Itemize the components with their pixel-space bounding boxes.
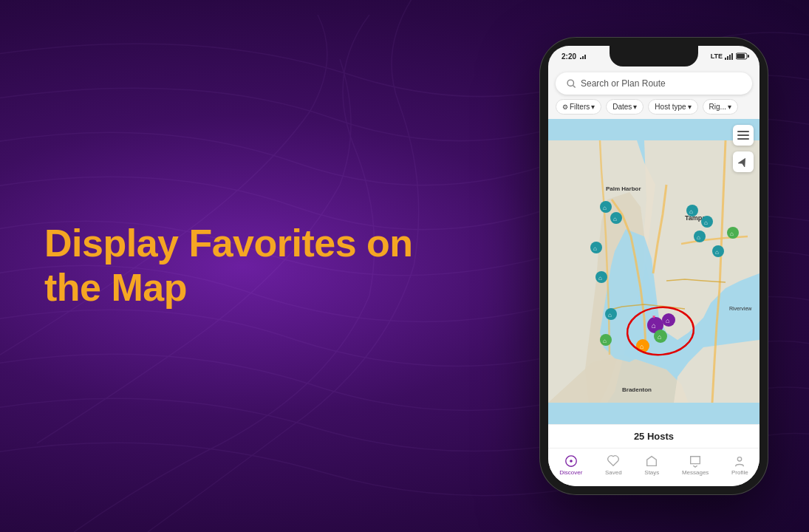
svg-rect-5: [729, 55, 731, 60]
svg-text:⌂: ⌂: [658, 333, 661, 341]
host-type-label: Host type: [655, 103, 686, 111]
svg-text:⌂: ⌂: [613, 216, 617, 222]
svg-rect-49: [737, 134, 749, 136]
nav-saved[interactable]: Saved: [605, 454, 622, 476]
svg-text:⌂: ⌂: [652, 321, 656, 330]
search-bar[interactable]: Search or Plan Route: [556, 72, 752, 95]
filters-label: Filters: [570, 103, 590, 111]
filters-chip[interactable]: ⚙ Filters ▾: [556, 99, 601, 115]
svg-rect-1: [582, 56, 584, 59]
svg-marker-51: [738, 157, 748, 167]
lte-label: LTE: [711, 52, 723, 60]
svg-text:♥: ♥: [652, 314, 655, 319]
stays-label: Stays: [644, 469, 659, 476]
map-svg: Palm Harbor Tampa Riverview Bradenton ⌂ …: [548, 119, 759, 424]
svg-text:Bradenton: Bradenton: [622, 386, 652, 393]
rig-chevron: ▾: [728, 103, 731, 111]
nav-messages[interactable]: Messages: [682, 454, 709, 476]
battery-icon: [736, 52, 749, 60]
signal-icon: [725, 52, 734, 60]
nav-discover[interactable]: Discover: [559, 454, 582, 476]
svg-rect-0: [580, 58, 581, 59]
phone-notch: [610, 46, 698, 66]
svg-text:⌂: ⌂: [704, 219, 708, 226]
layers-icon: [737, 129, 749, 141]
saved-icon: [607, 454, 620, 468]
wifi-icon: [579, 52, 587, 60]
phone-device: 2:20 LTE Search or Plan Route: [539, 37, 768, 495]
svg-line-11: [573, 85, 575, 87]
svg-rect-9: [748, 55, 749, 58]
svg-point-10: [567, 80, 573, 86]
phone-screen: Search or Plan Route ⚙ Filters ▾ Dates ▾…: [548, 66, 759, 486]
rig-chip[interactable]: Rig... ▾: [703, 99, 738, 115]
svg-rect-48: [737, 131, 749, 132]
svg-text:⌂: ⌂: [603, 338, 607, 344]
location-arrow-icon: [738, 157, 748, 167]
svg-text:⌂: ⌂: [608, 312, 612, 318]
svg-rect-50: [737, 138, 749, 140]
search-icon: [566, 78, 576, 89]
filter-icon: ⚙: [562, 103, 568, 111]
map-area[interactable]: Palm Harbor Tampa Riverview Bradenton ⌂ …: [548, 119, 759, 424]
svg-rect-6: [731, 53, 733, 60]
filters-chevron: ▾: [591, 103, 595, 111]
svg-text:⌂: ⌂: [593, 245, 597, 252]
status-right: LTE: [711, 52, 749, 60]
hosts-count: 25 Hosts: [634, 431, 674, 442]
discover-icon: [564, 454, 578, 468]
dates-label: Dates: [612, 103, 632, 111]
svg-rect-8: [737, 54, 745, 58]
main-headline: Display Favorites on the Map: [44, 222, 451, 310]
svg-point-53: [570, 460, 573, 463]
host-type-chip[interactable]: Host type ▾: [648, 99, 697, 115]
svg-rect-4: [727, 56, 728, 60]
svg-rect-3: [725, 58, 726, 60]
map-layers-button[interactable]: [733, 125, 754, 146]
bottom-nav: Discover Saved Stays: [548, 448, 759, 486]
search-placeholder: Search or Plan Route: [581, 78, 666, 89]
svg-text:⌂: ⌂: [666, 317, 669, 324]
svg-text:⌂: ⌂: [689, 208, 693, 215]
messages-icon: [689, 454, 702, 468]
host-type-chevron: ▾: [688, 103, 692, 111]
filter-bar: ⚙ Filters ▾ Dates ▾ Host type ▾ Rig... ▾: [548, 99, 759, 119]
saved-label: Saved: [605, 469, 622, 476]
rig-label: Rig...: [709, 103, 726, 111]
hosts-count-bar: 25 Hosts: [548, 424, 759, 448]
dates-chip[interactable]: Dates ▾: [606, 99, 644, 115]
svg-text:⌂: ⌂: [640, 343, 644, 350]
svg-text:Riverview: Riverview: [729, 306, 752, 311]
headline-section: Display Favorites on the Map: [44, 222, 451, 310]
svg-text:⌂: ⌂: [598, 275, 602, 282]
status-time: 2:20: [561, 52, 587, 61]
svg-text:⌂: ⌂: [697, 234, 700, 241]
nav-stays[interactable]: Stays: [644, 454, 659, 476]
svg-text:⌂: ⌂: [603, 205, 607, 211]
discover-label: Discover: [559, 469, 582, 476]
svg-text:Palm Harbor: Palm Harbor: [606, 185, 641, 192]
profile-label: Profile: [731, 469, 748, 476]
profile-icon: [733, 454, 746, 468]
phone-mockup: 2:20 LTE Search or Plan Route: [539, 37, 768, 495]
svg-text:⌂: ⌂: [715, 249, 719, 256]
dates-chevron: ▾: [633, 103, 637, 111]
stays-icon: [645, 454, 658, 468]
map-location-button[interactable]: [733, 151, 754, 172]
svg-text:⌂: ⌂: [730, 231, 734, 237]
messages-label: Messages: [682, 469, 709, 476]
svg-rect-2: [584, 55, 586, 59]
svg-point-54: [738, 457, 742, 461]
nav-profile[interactable]: Profile: [731, 454, 748, 476]
